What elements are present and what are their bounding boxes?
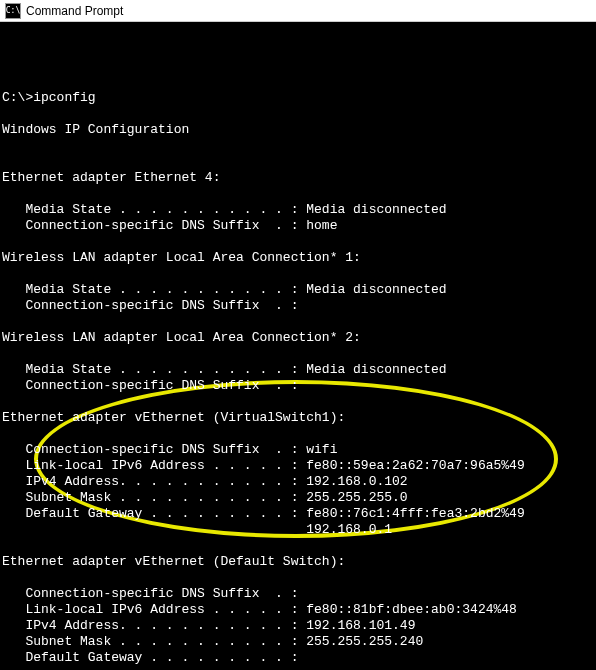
terminal-output[interactable]: C:\>ipconfig Windows IP Configuration Et… (0, 22, 596, 670)
command-prompt-icon: C:\ (5, 3, 21, 19)
title-bar[interactable]: C:\ Command Prompt (0, 0, 596, 22)
window-title: Command Prompt (26, 4, 123, 18)
terminal-text-content: C:\>ipconfig Windows IP Configuration Et… (2, 74, 594, 670)
